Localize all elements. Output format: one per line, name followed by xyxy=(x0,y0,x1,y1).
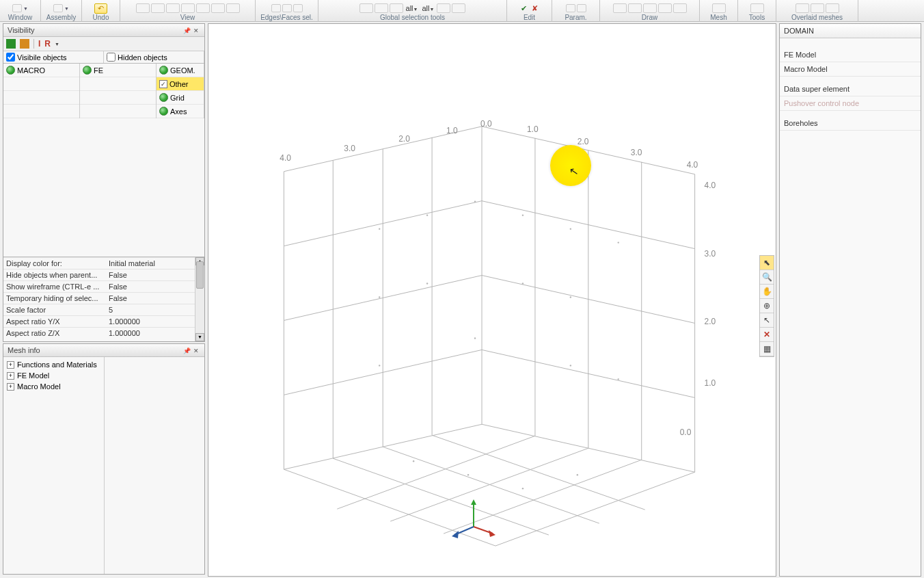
vis-row-macro[interactable]: MACRO xyxy=(3,64,79,77)
svg-text:4.0: 4.0 xyxy=(687,160,698,170)
show-all-icon[interactable] xyxy=(6,39,16,49)
tree-functions[interactable]: +Functions and Materials xyxy=(5,359,102,370)
svg-text:0.0: 0.0 xyxy=(680,428,692,437)
reset-button[interactable]: R xyxy=(44,39,51,49)
toolbar-mesh[interactable]: Mesh xyxy=(700,0,738,22)
grid-tool[interactable]: ▦ xyxy=(760,342,774,356)
viewport-toolstrip: ⬉ 🔍 ✋ ⊕ ↖ ✕ ▦ xyxy=(759,255,774,357)
svg-point-49 xyxy=(522,283,524,284)
arrow-tool[interactable]: ↖ xyxy=(760,313,774,328)
svg-marker-62 xyxy=(489,530,495,537)
invert-button[interactable]: I xyxy=(38,39,40,49)
prop-row[interactable]: Aspect ratio Y/X1.000000 xyxy=(3,315,195,327)
toolbar-edges-faces-sel[interactable]: Edges\Faces sel. xyxy=(256,0,318,22)
svg-point-54 xyxy=(618,378,619,380)
mesh-info-title[interactable]: Mesh info 📌✕ xyxy=(3,344,204,357)
prop-row[interactable]: Show wireframe (CTRL-e ...False xyxy=(3,280,195,292)
svg-point-50 xyxy=(570,296,571,298)
domain-fe-model[interactable]: FE Model xyxy=(780,48,921,62)
vis-row-grid[interactable]: Grid xyxy=(157,91,204,105)
scroll-down-icon: ▼ xyxy=(195,333,204,341)
toolbar-window[interactable]: ▼ Window xyxy=(0,0,41,22)
check-icon[interactable] xyxy=(6,66,15,75)
tree-fe-model[interactable]: +FE Model xyxy=(5,370,102,381)
toolbar-draw[interactable]: Draw xyxy=(600,0,700,22)
svg-text:2.0: 2.0 xyxy=(398,134,410,144)
domain-boreholes[interactable]: Boreholes xyxy=(780,116,921,131)
svg-text:3.0: 3.0 xyxy=(631,148,642,157)
close-icon[interactable]: ✕ xyxy=(192,27,200,34)
svg-point-52 xyxy=(474,337,476,339)
pin-icon[interactable]: 📌 xyxy=(182,347,192,354)
visibility-toolbar: I R ▼ xyxy=(3,37,204,51)
prop-row[interactable]: Aspect ratio Z/X1.000000 xyxy=(3,327,195,339)
delete-tool[interactable]: ✕ xyxy=(760,328,774,342)
svg-line-20 xyxy=(495,472,695,546)
pan-tool[interactable]: ✋ xyxy=(760,285,774,299)
toolbar-tools[interactable]: Tools xyxy=(738,0,776,22)
visibility-tabs: Visibile objects Hidden objects xyxy=(3,51,204,64)
toolbar-undo[interactable]: ↶ Undo xyxy=(82,0,120,22)
properties-grid: Display color for:Initial material Hide … xyxy=(3,257,195,341)
viewport-3d[interactable]: 4.0 3.0 2.0 1.0 0.0 1.0 2.0 3.0 4.0 4.0 … xyxy=(208,23,776,577)
hide-all-icon[interactable] xyxy=(20,39,29,49)
tab-visible-objects[interactable]: Visibile objects xyxy=(3,51,104,63)
toolbar-param[interactable]: Param. xyxy=(552,0,600,22)
prop-row[interactable]: Scale factor5 xyxy=(3,304,195,315)
close-icon[interactable]: ✕ xyxy=(192,347,200,354)
toolbar-global-selection[interactable]: all▼ all▼ Global selection tools xyxy=(318,0,507,22)
zoom-tool[interactable]: 🔍 xyxy=(760,270,774,285)
target-tool[interactable]: ⊕ xyxy=(760,299,774,313)
select-tool[interactable]: ⬉ xyxy=(760,256,774,270)
vis-row-fe[interactable]: FE xyxy=(80,64,156,77)
svg-point-42 xyxy=(426,214,428,215)
svg-point-41 xyxy=(379,228,380,229)
svg-point-57 xyxy=(522,488,524,489)
domain-pushover[interactable]: Pushover control node xyxy=(780,96,921,111)
click-highlight xyxy=(550,145,591,186)
svg-text:1.0: 1.0 xyxy=(705,378,716,388)
prop-row[interactable]: Display color for:Initial material xyxy=(3,257,195,269)
check-icon[interactable] xyxy=(159,93,168,102)
mesh-info-panel: Mesh info 📌✕ +Functions and Materials +F… xyxy=(3,343,205,575)
toolbar-edit[interactable]: ✔ ✘ Edit xyxy=(507,0,552,22)
svg-text:3.0: 3.0 xyxy=(705,249,716,259)
domain-panel: DOMAIN FE Model Macro Model Data super e… xyxy=(779,23,921,577)
prop-row[interactable]: Hide objects when parent...False xyxy=(3,269,195,280)
svg-point-46 xyxy=(618,241,619,243)
svg-text:1.0: 1.0 xyxy=(527,124,539,134)
svg-text:2.0: 2.0 xyxy=(578,137,589,146)
domain-macro-model[interactable]: Macro Model xyxy=(780,62,921,77)
properties-scrollbar[interactable]: ▲ ▼ xyxy=(195,257,204,341)
expand-icon[interactable]: + xyxy=(7,383,14,391)
svg-point-43 xyxy=(474,200,476,202)
expand-icon[interactable]: + xyxy=(7,361,14,369)
svg-text:1.0: 1.0 xyxy=(446,126,458,135)
pin-icon[interactable]: 📌 xyxy=(182,27,192,34)
vis-row-axes[interactable]: Axes xyxy=(157,105,204,118)
svg-line-21 xyxy=(333,458,549,535)
checkbox-icon[interactable]: ✓ xyxy=(159,80,167,88)
visibility-title[interactable]: Visibility 📌✕ xyxy=(3,24,204,37)
toolbar-assembly[interactable]: ▼ Assembly xyxy=(41,0,82,22)
tree-macro-model[interactable]: +Macro Model xyxy=(5,381,102,392)
svg-point-44 xyxy=(522,214,524,215)
domain-super-element[interactable]: Data super element xyxy=(780,82,921,96)
svg-marker-60 xyxy=(471,499,476,505)
tab-hidden-objects[interactable]: Hidden objects xyxy=(104,51,204,63)
mesh-tree: +Functions and Materials +FE Model +Macr… xyxy=(3,357,105,574)
vis-row-geom[interactable]: GEOM. xyxy=(157,64,204,77)
left-column: Visibility 📌✕ I R ▼ Visibile objects Hid… xyxy=(3,23,205,576)
check-icon[interactable] xyxy=(159,107,168,116)
mesh-info-details xyxy=(105,357,204,574)
check-icon[interactable] xyxy=(159,66,168,75)
dropdown-icon[interactable]: ▼ xyxy=(55,42,59,47)
expand-icon[interactable]: + xyxy=(7,372,14,380)
vis-row-other[interactable]: ✓Other xyxy=(157,77,204,91)
toolbar-overlaid-meshes[interactable]: Overlaid meshes xyxy=(776,0,858,22)
main-toolbar: ▼ Window ▼ Assembly ↶ Undo View Edges\Fa… xyxy=(0,0,924,22)
prop-row[interactable]: Temporary hiding of selec...False xyxy=(3,292,195,304)
check-icon[interactable] xyxy=(83,66,92,75)
svg-point-51 xyxy=(379,365,380,366)
toolbar-view[interactable]: View xyxy=(120,0,256,22)
